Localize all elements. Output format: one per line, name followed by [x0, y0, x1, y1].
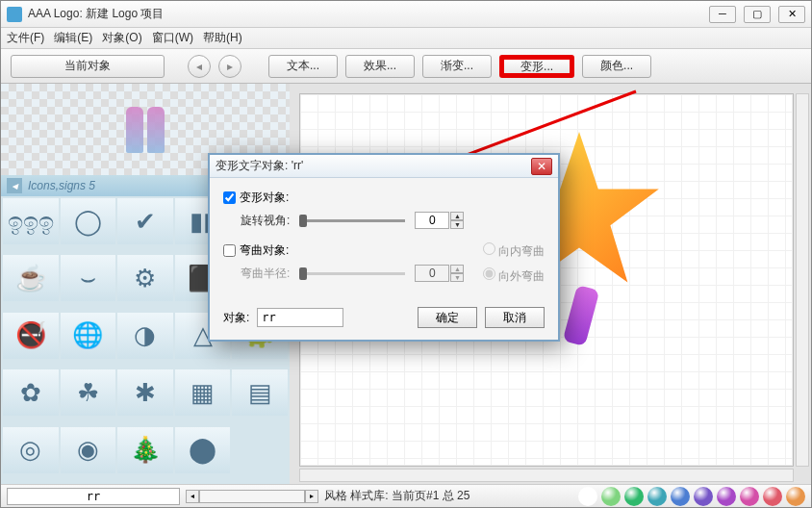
vertical-scrollbar[interactable]	[796, 93, 809, 467]
window-title: AAA Logo: 新建 Logo 项目	[28, 6, 164, 22]
bend-input	[415, 265, 449, 282]
gallery-item[interactable]: ඉඉඉ	[3, 198, 59, 244]
object-name-input[interactable]	[7, 488, 180, 505]
gallery-item[interactable]: ◉	[61, 427, 116, 473]
color-swatch[interactable]	[578, 487, 597, 506]
color-swatch[interactable]	[763, 487, 782, 506]
gallery-item[interactable]: ▤	[232, 369, 288, 416]
deform-checkbox-label: 变形对象:	[240, 190, 289, 206]
bend-out-label: 向外弯曲	[498, 269, 545, 283]
rotation-up-icon[interactable]: ▲	[450, 212, 464, 220]
color-swatch[interactable]	[786, 487, 805, 506]
app-icon	[7, 7, 22, 22]
bend-up-icon: ▲	[450, 265, 464, 273]
text-button[interactable]: 文本...	[268, 55, 338, 78]
next-round-button[interactable]: ▸	[218, 55, 241, 78]
scroll-right-icon[interactable]: ▸	[305, 490, 318, 503]
rotation-slider[interactable]	[299, 219, 405, 222]
color-swatch[interactable]	[740, 487, 759, 506]
gallery-item[interactable]: ✔	[117, 198, 173, 244]
color-swatch[interactable]	[671, 487, 690, 506]
gallery-item[interactable]: ⚙	[117, 255, 173, 301]
color-swatch[interactable]	[601, 487, 621, 506]
cancel-button[interactable]: 取消	[485, 307, 545, 328]
bend-checkbox[interactable]	[223, 244, 236, 257]
titlebar: AAA Logo: 新建 Logo 项目 ─ ▢ ✕	[1, 1, 811, 28]
rotation-label: 旋转视角:	[241, 213, 290, 229]
menu-edit[interactable]: 编辑(E)	[54, 30, 92, 46]
menu-help[interactable]: 帮助(H)	[203, 30, 242, 46]
statusbar: ◂ ▸ 风格 样式库: 当前页#1 总 25	[1, 484, 811, 507]
bend-down-icon: ▼	[450, 273, 464, 282]
gallery-title: Icons,signs 5	[28, 179, 95, 192]
dialog-titlebar[interactable]: 变形文字对象: 'rr' ✕	[210, 155, 558, 178]
gallery-item[interactable]: 🌐	[61, 313, 116, 359]
toolbar: 当前对象 ◂ ▸ 文本... 效果... 渐变... 变形... 颜色...	[1, 49, 811, 84]
menu-object[interactable]: 对象(O)	[102, 30, 141, 46]
dialog-close-button[interactable]: ✕	[531, 158, 552, 175]
gallery-item[interactable]: 🚭	[3, 313, 59, 359]
close-button[interactable]: ✕	[778, 6, 805, 23]
object-label: 对象:	[223, 310, 249, 326]
gallery-item[interactable]: ✿	[3, 369, 59, 416]
menubar: 文件(F) 编辑(E) 对象(O) 窗口(W) 帮助(H)	[1, 28, 811, 49]
bend-checkbox-label: 弯曲对象:	[240, 242, 289, 259]
gallery-item[interactable]: ☕	[3, 255, 59, 301]
horizontal-scrollbar[interactable]	[299, 469, 794, 482]
rotation-down-icon[interactable]: ▼	[450, 220, 464, 229]
menu-file[interactable]: 文件(F)	[7, 30, 44, 46]
current-object-button[interactable]: 当前对象	[11, 55, 165, 78]
minimize-button[interactable]: ─	[709, 6, 736, 23]
deform-button[interactable]: 变形...	[499, 55, 574, 78]
gallery-item[interactable]: ▦	[175, 369, 231, 416]
gallery-item[interactable]: ⬤	[175, 427, 231, 473]
style-status-text: 风格 样式库: 当前页#1 总 25	[324, 488, 469, 504]
deform-dialog: 变形文字对象: 'rr' ✕ 变形对象: 旋转视角: ▲▼ 弯曲对象: 弯曲半径…	[208, 153, 560, 342]
gallery-item[interactable]: ☘	[61, 369, 116, 416]
bend-out-radio	[483, 267, 495, 280]
gallery-item[interactable]: ◎	[3, 427, 59, 473]
bend-in-radio	[483, 242, 495, 255]
prev-round-button[interactable]: ◂	[188, 55, 211, 78]
gallery-item[interactable]: ✱	[117, 369, 173, 416]
color-swatch[interactable]	[694, 487, 713, 506]
gallery-item[interactable]: ◑	[117, 313, 173, 359]
rotation-input[interactable]	[415, 212, 449, 229]
gradient-button[interactable]: 渐变...	[422, 55, 492, 78]
ok-button[interactable]: 确定	[418, 307, 477, 328]
maximize-button[interactable]: ▢	[744, 6, 771, 23]
gallery-item[interactable]: ⌣	[61, 255, 116, 301]
scroll-left-icon[interactable]: ◂	[186, 490, 199, 503]
menu-window[interactable]: 窗口(W)	[152, 30, 193, 46]
dialog-title: 变形文字对象: 'rr'	[216, 158, 303, 174]
color-swatch[interactable]	[647, 487, 667, 506]
color-palette	[578, 487, 805, 506]
bend-slider	[299, 272, 405, 275]
bend-radius-label: 弯曲半径:	[241, 266, 290, 282]
gallery-item[interactable]: 🎄	[117, 427, 173, 473]
gallery-prev-icon[interactable]: ◂	[7, 178, 22, 193]
color-button[interactable]: 颜色...	[582, 55, 651, 78]
effect-button[interactable]: 效果...	[345, 55, 415, 78]
gallery-item[interactable]: ◯	[61, 198, 116, 244]
bend-in-label: 向内弯曲	[498, 244, 545, 258]
deform-checkbox[interactable]	[223, 191, 236, 204]
style-scroll[interactable]: ◂ ▸	[186, 490, 318, 503]
color-swatch[interactable]	[624, 487, 644, 506]
object-input[interactable]	[257, 308, 343, 327]
color-swatch[interactable]	[717, 487, 736, 506]
